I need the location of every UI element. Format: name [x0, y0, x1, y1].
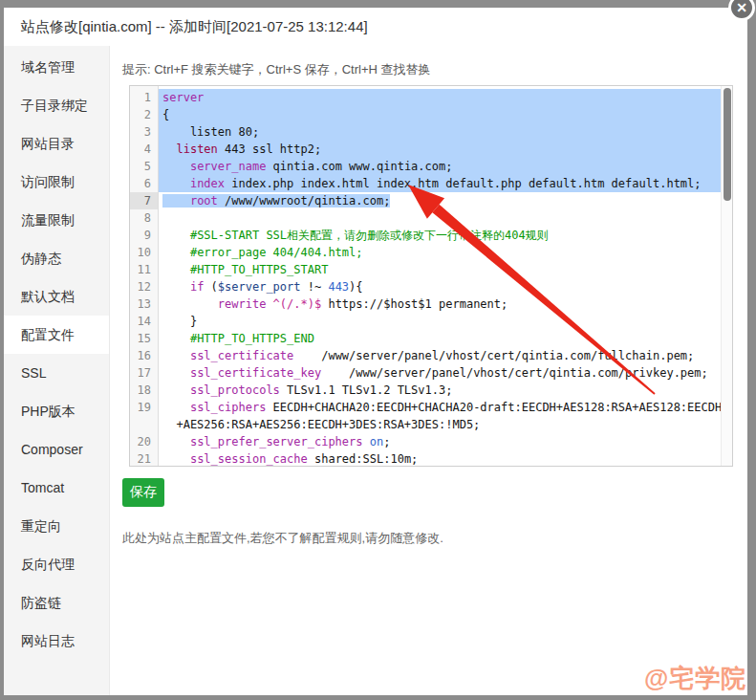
sidebar-item-domain-manage[interactable]: 域名管理 — [4, 48, 109, 86]
code-line-wrap: +AES256:RSA+AES256:EECDH+3DES:RSA+3DES:!… — [159, 416, 732, 433]
close-icon[interactable]: ✕ — [728, 0, 755, 21]
line-number: 21 — [130, 450, 158, 467]
config-code-editor[interactable]: 12345678910111213141516171819 2021 serve… — [129, 85, 733, 467]
code-line: #SSL-START SSL相关配置，请勿删除或修改下一行带注释的404规则 — [159, 227, 732, 244]
footer-note: 此处为站点主配置文件,若您不了解配置规则,请勿随意修改. — [122, 530, 443, 547]
code-lines[interactable]: server{ listen 80; listen 443 ssl http2;… — [159, 86, 732, 466]
watermark-text: @宅学院 — [644, 662, 746, 695]
sidebar-item-redirect[interactable]: 重定向 — [4, 507, 109, 545]
code-line: index index.php index.html index.htm def… — [159, 175, 732, 192]
code-line: #error_page 404/404.html; — [159, 244, 732, 261]
modal-title: 站点修改[qintia.com] -- 添加时间[2021-07-25 13:1… — [4, 8, 747, 46]
sidebar-item-tomcat[interactable]: Tomcat — [4, 469, 109, 507]
code-line: server_name qintia.com www.qintia.com; — [159, 158, 732, 175]
code-line: ssl_protocols TLSv1.1 TLSv1.2 TLSv1.3; — [159, 382, 732, 399]
sidebar-item-default-doc[interactable]: 默认文档 — [4, 277, 109, 316]
sidebar-item-composer[interactable]: Composer — [4, 430, 109, 469]
code-line: #HTTP_TO_HTTPS_END — [159, 330, 732, 347]
line-number: 9 — [130, 227, 158, 244]
line-number: 4 — [130, 141, 158, 158]
sidebar-item-site-dir[interactable]: 网站目录 — [4, 124, 109, 163]
sidebar-item-reverse-proxy[interactable]: 反向代理 — [4, 545, 109, 583]
sidebar-item-hotlink-protect[interactable]: 防盗链 — [4, 583, 109, 622]
code-line: } — [159, 313, 732, 330]
line-numbers: 12345678910111213141516171819 2021 — [130, 86, 159, 466]
line-number-wrap — [130, 416, 158, 433]
code-line: ssl_certificate_key /www/server/panel/vh… — [159, 364, 732, 382]
sidebar-item-php-version[interactable]: PHP版本 — [4, 392, 109, 430]
editor-hint-text: 提示: Ctrl+F 搜索关键字，Ctrl+S 保存，Ctrl+H 查找替换 — [122, 61, 431, 78]
line-number: 18 — [130, 382, 158, 399]
code-line — [159, 209, 732, 227]
line-number: 16 — [130, 347, 158, 364]
line-number: 5 — [130, 158, 158, 175]
line-number: 7 — [130, 192, 158, 209]
line-number: 19 — [130, 399, 158, 416]
code-line: #HTTP_TO_HTTPS_START — [159, 261, 732, 278]
line-number: 10 — [130, 244, 158, 261]
code-line: ssl_prefer_server_ciphers on; — [159, 433, 732, 450]
code-line: { — [159, 106, 732, 123]
line-number: 14 — [130, 313, 158, 330]
code-line: if ($server_port !~ 443){ — [159, 278, 732, 295]
line-number: 1 — [130, 89, 158, 106]
code-line: listen 80; — [159, 123, 732, 141]
save-button[interactable]: 保存 — [122, 478, 164, 507]
editor-scrollbar-thumb[interactable] — [724, 88, 731, 201]
line-number: 15 — [130, 330, 158, 347]
modal-body: 域名管理 子目录绑定 网站目录 访问限制 流量限制 伪静态 默认文档 配置文件 … — [4, 46, 747, 695]
editor-scrollbar[interactable] — [721, 86, 732, 466]
code-line: listen 443 ssl http2; — [159, 141, 732, 158]
sidebar-item-site-log[interactable]: 网站日志 — [4, 622, 109, 660]
line-number: 8 — [130, 209, 158, 227]
line-number: 17 — [130, 364, 158, 382]
sidebar-item-rewrite[interactable]: 伪静态 — [4, 239, 109, 277]
sidebar-item-subdir-bind[interactable]: 子目录绑定 — [4, 86, 109, 124]
line-number: 6 — [130, 175, 158, 192]
code-line: ssl_certificate /www/server/panel/vhost/… — [159, 347, 732, 364]
sidebar-item-access-limit[interactable]: 访问限制 — [4, 163, 109, 201]
sidebar-item-config-file[interactable]: 配置文件 — [4, 316, 109, 354]
site-edit-modal: 站点修改[qintia.com] -- 添加时间[2021-07-25 13:1… — [4, 8, 747, 695]
line-number: 3 — [130, 123, 158, 141]
config-file-panel: 提示: Ctrl+F 搜索关键字，Ctrl+S 保存，Ctrl+H 查找替换 1… — [110, 46, 747, 695]
code-line: root /www/wwwroot/qintia.com; — [159, 192, 732, 209]
sidebar-item-traffic-limit[interactable]: 流量限制 — [4, 201, 109, 239]
code-line: server — [159, 89, 732, 106]
sidebar-item-ssl[interactable]: SSL — [4, 354, 109, 392]
code-line: ssl_session_cache shared:SSL:10m; — [159, 450, 732, 466]
line-number: 13 — [130, 295, 158, 313]
sidebar: 域名管理 子目录绑定 网站目录 访问限制 流量限制 伪静态 默认文档 配置文件 … — [4, 46, 110, 695]
line-number: 11 — [130, 261, 158, 278]
line-number: 12 — [130, 278, 158, 295]
line-number: 20 — [130, 433, 158, 450]
line-number: 2 — [130, 106, 158, 123]
code-line: ssl_ciphers EECDH+CHACHA20:EECDH+CHACHA2… — [159, 399, 732, 416]
code-line: rewrite ^(/.*)$ https://$host$1 permanen… — [159, 295, 732, 313]
